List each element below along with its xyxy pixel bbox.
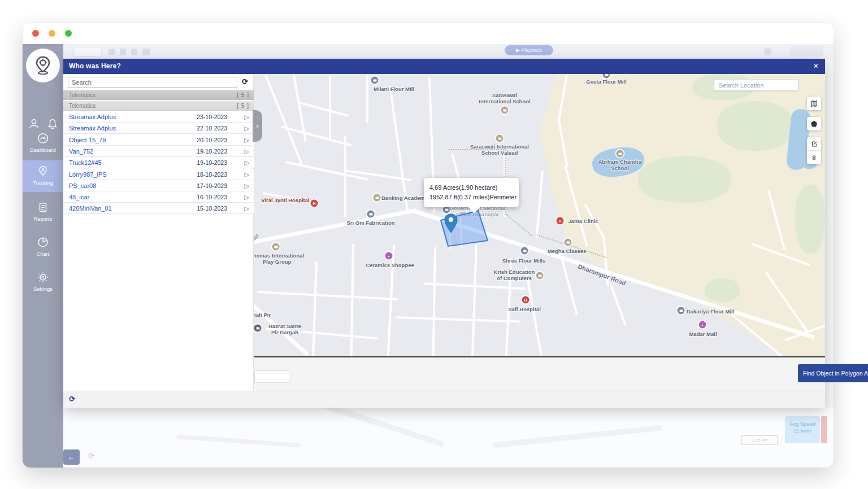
group-row[interactable]: Telematics[ 5 ] — [63, 90, 254, 100]
faded-toolbar-icon — [108, 49, 115, 55]
vehicle-name[interactable]: PS_car08 — [69, 180, 96, 191]
vehicle-date: 16-10-2023 — [197, 191, 227, 203]
refresh-icon[interactable]: ⟳ — [242, 77, 248, 86]
reports-icon — [37, 201, 49, 213]
hospital-poi-icon: H — [311, 200, 318, 207]
map-scale-faded: 1.05 km — [741, 435, 778, 445]
sidebar-item-dashboard[interactable]: Dashboard — [23, 128, 63, 159]
vehicle-name[interactable]: Van_752 — [69, 146, 93, 157]
draw-polygon-button[interactable] — [807, 117, 821, 130]
map-layers-button[interactable] — [807, 97, 821, 110]
chart-icon — [37, 236, 49, 248]
group-count-badge: [ 5 ] — [237, 101, 249, 111]
vehicle-row[interactable]: Lorry987_iPS18-10-2023▷ — [63, 169, 254, 180]
polygon-icon — [811, 121, 817, 127]
edit-icon — [811, 141, 818, 147]
vehicle-row[interactable]: PS_car0817-10-2023▷ — [63, 180, 254, 191]
vehicle-name[interactable]: Lorry987_iPS — [69, 169, 107, 180]
vehicle-row[interactable]: Streamax Adplus23-10-2023▷ — [63, 111, 254, 123]
shop-poi-icon: ▼ — [385, 252, 393, 260]
school-poi-icon — [374, 194, 381, 202]
group-row[interactable]: Telematics[ 5 ] — [63, 101, 254, 111]
group-count-badge: [ 5 ] — [237, 90, 249, 100]
minimize-window-button[interactable] — [49, 30, 55, 37]
search-row: ⟳ — [63, 74, 254, 90]
play-icon[interactable]: ▷ — [245, 191, 249, 203]
building-poi-icon — [367, 211, 375, 218]
vehicle-name[interactable]: Streamax Adplus — [69, 123, 116, 134]
map-footer: Find Object in Polygon Area — [254, 357, 825, 391]
vehicle-row[interactable]: Streamax Adplus22-10-2023▷ — [63, 123, 254, 134]
map-label: Krish Education of Computers — [494, 269, 535, 281]
map-label: Abrham Chandra School — [598, 159, 641, 171]
modal-header: Who was Here? × — [63, 59, 825, 74]
sidebar-item-tracking[interactable]: Tracking — [23, 160, 63, 192]
sidebar-item-chart[interactable]: Chart — [23, 232, 63, 263]
vehicle-date: 20-10-2023 — [197, 134, 227, 146]
map-green-area — [638, 156, 731, 203]
back-button[interactable]: ← — [63, 449, 80, 465]
app-window: Dashboard Tracking Reports — [23, 23, 834, 468]
sidebar-item-label: Tracking — [23, 180, 63, 186]
sidebar-item-settings[interactable]: Settings — [23, 267, 63, 298]
play-icon[interactable]: ▷ — [245, 203, 249, 214]
play-icon[interactable]: ▷ — [245, 180, 249, 191]
map-green-area — [705, 278, 740, 302]
map-dotted-path — [505, 213, 532, 236]
map-label: Saraswati International School — [479, 92, 530, 104]
map-pin-marker[interactable] — [444, 213, 458, 235]
edit-polygon-button[interactable] — [807, 137, 821, 151]
refresh-icon[interactable]: ⟳ — [69, 395, 75, 403]
vehicle-row[interactable]: 48_icar16-10-2023▷ — [63, 191, 254, 203]
vehicle-name[interactable]: Streamax Adplus — [69, 111, 116, 123]
zoom-window-button[interactable] — [65, 30, 72, 37]
vehicle-name[interactable]: Object 15_79 — [69, 134, 106, 146]
vehicle-name[interactable]: 48_icar — [69, 191, 89, 203]
map-canvas[interactable]: 4.69 Acres(1.90 hectare) 1952.87 ft(0.37… — [254, 74, 825, 357]
playback-button-faded: ▶ Playback — [505, 45, 553, 55]
drawn-polygon[interactable] — [434, 208, 491, 248]
map-label: Sri Om Fabrication — [347, 220, 395, 226]
play-icon[interactable]: ▷ — [245, 146, 249, 157]
window-titlebar — [23, 23, 834, 44]
footer-input[interactable] — [254, 370, 289, 383]
vehicle-name[interactable]: 420MiniVan_01 — [69, 203, 112, 214]
vehicle-row[interactable]: 420MiniVan_0115-10-2023▷ — [63, 203, 254, 214]
vehicle-date: 19-10-2023 — [197, 146, 227, 157]
avg-speed-value: 21 kmh — [793, 428, 811, 434]
close-icon[interactable]: × — [814, 62, 818, 70]
map-label: Megha Classes — [548, 248, 587, 254]
vehicle-row[interactable]: Truck12#4519-10-2023▷ — [63, 157, 254, 168]
faded-toolbar-icon — [120, 49, 126, 55]
play-icon[interactable]: ▷ — [245, 123, 249, 134]
map-search-input[interactable] — [714, 79, 798, 91]
map-label: Milani Flour Mill — [374, 86, 414, 92]
vehicle-name[interactable]: Truck12#45 — [69, 157, 102, 168]
play-icon[interactable]: ▷ — [245, 111, 249, 123]
vehicle-date: 19-10-2023 — [197, 157, 227, 168]
sidebar-item-reports[interactable]: Reports — [23, 197, 63, 228]
play-icon[interactable]: ▷ — [245, 169, 249, 180]
background-map-faded: ← ⟳ Avg Speed 21 kmh 1.05 km — [63, 408, 834, 468]
app-logo — [26, 49, 60, 82]
vehicle-row[interactable]: Van_75219-10-2023▷ — [63, 146, 254, 157]
trash-icon — [811, 154, 817, 161]
find-object-in-polygon-button[interactable]: Find Object in Polygon Area — [798, 364, 868, 382]
map-label: Ceramics Shoppee — [366, 262, 414, 268]
sidebar-item-label: Settings — [23, 286, 63, 292]
play-icon[interactable]: ▷ — [245, 157, 249, 168]
map-green-area — [717, 101, 793, 151]
modal-title: Who was Here? — [69, 62, 121, 70]
map-icon — [810, 100, 818, 107]
vehicle-row[interactable]: Object 15_7920-10-2023▷ — [63, 134, 254, 146]
dargah-poi-icon — [254, 325, 262, 332]
school-poi-icon — [272, 243, 280, 251]
close-window-button[interactable] — [32, 30, 39, 37]
play-icon[interactable]: ▷ — [245, 134, 249, 146]
faded-road — [493, 425, 662, 448]
search-input[interactable] — [68, 77, 237, 88]
collapse-panel-handle[interactable]: › — [253, 110, 262, 142]
map-label: Shree Flour Mills — [502, 257, 546, 264]
delete-polygon-button[interactable] — [807, 151, 821, 164]
map-label: Hazrat Sante Pir Dargah — [268, 323, 301, 335]
